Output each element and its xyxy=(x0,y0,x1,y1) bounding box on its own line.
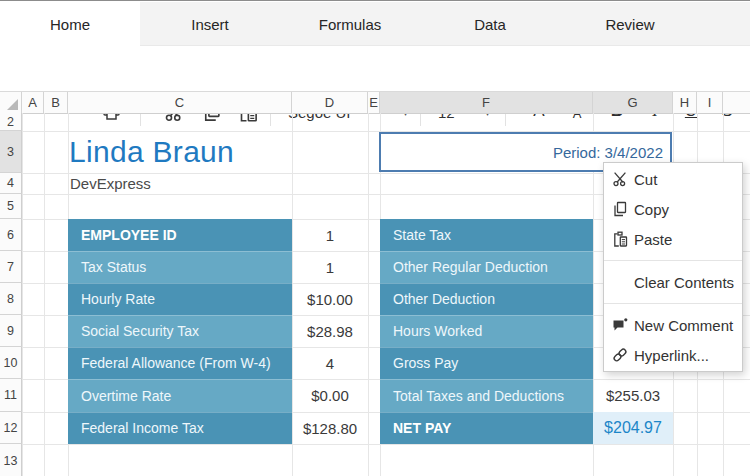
tab-label: Insert xyxy=(191,16,229,33)
context-menu: Cut Copy Paste Clear Contents New Commen… xyxy=(603,162,743,372)
menu-item-clear-contents[interactable]: Clear Contents xyxy=(604,267,742,297)
column-header-c[interactable]: C xyxy=(68,92,292,114)
row-header-2[interactable]: 2 xyxy=(0,113,22,131)
period-text: Period: 3/4/2022 xyxy=(553,144,663,161)
tab-formulas[interactable]: Formulas xyxy=(280,2,420,46)
column-header-f[interactable]: F xyxy=(380,92,593,114)
tab-label: Home xyxy=(50,16,90,33)
table-row[interactable]: EMPLOYEE ID1 xyxy=(68,219,368,251)
hyperlink-icon xyxy=(612,347,634,363)
employee-info-table: EMPLOYEE ID1 Tax Status1 Hourly Rate$10.… xyxy=(68,219,368,444)
column-header-partial[interactable] xyxy=(723,92,750,114)
table-row[interactable]: NET PAY$204.97 xyxy=(380,412,673,444)
row-header-9[interactable]: 9 xyxy=(0,315,22,347)
row-header-10[interactable]: 10 xyxy=(0,347,22,379)
column-header-d[interactable]: D xyxy=(292,92,368,114)
comment-icon xyxy=(612,317,634,333)
column-header-b[interactable]: B xyxy=(44,92,68,114)
row-header-12[interactable]: 12 xyxy=(0,412,22,444)
cut-icon xyxy=(612,171,634,187)
menu-separator xyxy=(604,260,742,261)
column-header-g[interactable]: G xyxy=(593,92,673,114)
menu-item-copy[interactable]: Copy xyxy=(604,194,742,224)
row-header-4[interactable]: 4 xyxy=(0,173,22,194)
row-header-8[interactable]: 8 xyxy=(0,283,22,315)
row-header-7[interactable]: 7 xyxy=(0,251,22,283)
menu-item-paste[interactable]: Paste xyxy=(604,224,742,254)
toolbar: ↶ ↷ ? xyxy=(0,46,750,91)
ribbon-tab-bar: Home Insert Formulas Data Review xyxy=(0,2,750,46)
row-header-13[interactable]: 13 xyxy=(0,444,22,476)
menu-item-label: Clear Contents xyxy=(634,274,734,291)
row-header-6[interactable]: 6 xyxy=(0,219,22,251)
gridline xyxy=(44,113,45,476)
select-all-triangle-icon xyxy=(7,99,18,110)
tab-label: Formulas xyxy=(319,16,382,33)
table-row[interactable]: Social Security Tax$28.98 xyxy=(68,315,368,347)
column-header-h[interactable]: H xyxy=(673,92,697,114)
menu-item-new-comment[interactable]: New Comment xyxy=(604,310,742,340)
select-all-corner[interactable] xyxy=(0,92,22,114)
row-header-5[interactable]: 5 xyxy=(0,194,22,219)
copy-icon xyxy=(612,201,634,217)
gridline xyxy=(22,113,23,476)
tab-data[interactable]: Data xyxy=(420,2,560,46)
column-header-row: A B C D E F G H I xyxy=(0,91,750,113)
menu-item-label: Copy xyxy=(634,201,669,218)
net-pay-value[interactable]: $204.97 xyxy=(593,412,673,444)
tab-review[interactable]: Review xyxy=(560,2,700,46)
table-row[interactable]: Tax Status1 xyxy=(68,251,368,283)
table-row[interactable]: Hourly Rate$10.00 xyxy=(68,283,368,315)
paste-icon xyxy=(612,231,634,247)
gridline xyxy=(22,444,750,445)
tab-label: Review xyxy=(605,16,654,33)
table-row[interactable]: Overtime Rate$0.00 xyxy=(68,379,368,412)
gridline xyxy=(368,113,369,476)
tab-label: Data xyxy=(474,16,506,33)
column-header-e[interactable]: E xyxy=(368,92,380,114)
menu-item-label: New Comment xyxy=(634,317,733,334)
table-row[interactable]: Federal Income Tax$128.80 xyxy=(68,412,368,444)
table-row[interactable]: Federal Allowance (From W-4)4 xyxy=(68,347,368,379)
company-name-text: DevExpress xyxy=(70,175,151,192)
column-header-i[interactable]: I xyxy=(697,92,723,114)
menu-item-label: Hyperlink... xyxy=(634,347,709,364)
menu-item-label: Paste xyxy=(634,231,672,248)
row-header-3[interactable]: 3 xyxy=(0,131,22,173)
row-header-11[interactable]: 11 xyxy=(0,379,22,412)
menu-item-label: Cut xyxy=(634,171,657,188)
tab-insert[interactable]: Insert xyxy=(140,2,280,46)
menu-item-cut[interactable]: Cut xyxy=(604,164,742,194)
employee-name-text: Linda Braun xyxy=(69,135,234,169)
column-header-a[interactable]: A xyxy=(22,92,44,114)
menu-separator xyxy=(604,303,742,304)
table-row[interactable]: Total Taxes and Deductions$255.03 xyxy=(380,379,673,412)
tab-home[interactable]: Home xyxy=(0,2,140,47)
menu-item-hyperlink[interactable]: Hyperlink... xyxy=(604,340,742,370)
